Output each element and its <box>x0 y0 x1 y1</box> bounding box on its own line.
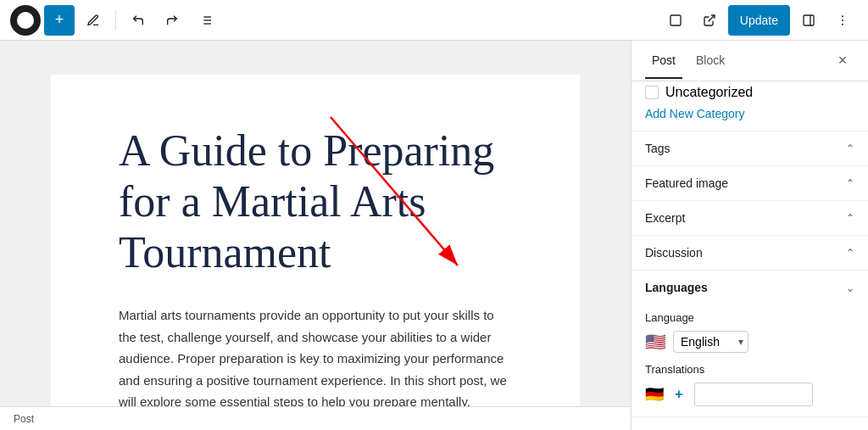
preview-button[interactable] <box>694 5 725 36</box>
discussion-row[interactable]: Discussion ⌃ <box>632 236 868 270</box>
post-title[interactable]: A Guide to Preparing for a Martial Arts … <box>119 126 512 277</box>
sidebar-close-button[interactable]: × <box>831 49 854 73</box>
uncategorized-label: Uncategorized <box>665 85 753 100</box>
featured-image-section: Featured image ⌃ <box>632 166 868 201</box>
bottom-bar-label: Post <box>14 413 34 425</box>
svg-line-8 <box>709 15 715 21</box>
language-select[interactable]: English German French Spanish <box>673 331 748 353</box>
post-body[interactable]: Martial arts tournaments provide an oppo… <box>119 304 512 406</box>
view-button[interactable] <box>660 5 691 36</box>
svg-point-12 <box>842 20 843 21</box>
svg-rect-9 <box>804 15 814 25</box>
excerpt-section: Excerpt ⌃ <box>632 201 868 236</box>
more-options-button[interactable] <box>827 5 858 36</box>
undo-button[interactable] <box>123 5 153 36</box>
discussion-section: Discussion ⌃ <box>632 236 868 271</box>
add-block-button[interactable]: + <box>44 5 75 36</box>
update-button[interactable]: Update <box>728 5 790 36</box>
excerpt-row[interactable]: Excerpt ⌃ <box>632 201 868 235</box>
languages-chevron-icon: ⌃ <box>846 282 854 293</box>
languages-body: Language 🇺🇸 English German French Spanis… <box>632 304 868 416</box>
toolbar-left: + <box>10 5 221 36</box>
translation-input[interactable] <box>694 383 813 406</box>
tags-label: Tags <box>645 142 670 155</box>
add-translation-button[interactable]: + <box>669 384 689 405</box>
us-flag-icon: 🇺🇸 <box>645 332 666 352</box>
tags-section-row[interactable]: Tags ⌃ <box>632 131 868 165</box>
toolbar-right: Update <box>660 5 858 36</box>
add-new-category-link[interactable]: Add New Category <box>632 107 868 131</box>
excerpt-label: Excerpt <box>645 211 685 225</box>
list-view-button[interactable] <box>191 5 221 36</box>
editor-area: A Guide to Preparing for a Martial Arts … <box>0 41 631 430</box>
de-flag-icon: 🇩🇪 <box>645 385 664 404</box>
svg-point-13 <box>842 23 843 25</box>
redo-button[interactable] <box>157 5 187 36</box>
toolbar: + <box>0 0 868 41</box>
translations-label: Translations <box>645 363 854 376</box>
editor-bottom-bar: Post <box>0 406 631 430</box>
sidebar-body: Uncategorized Add New Category Tags ⌃ Fe… <box>632 81 868 430</box>
sidebar: Post Block × Uncategorized Add New Categ… <box>631 41 868 430</box>
wordpress-logo[interactable] <box>10 5 41 36</box>
languages-header[interactable]: Languages ⌃ <box>632 271 868 304</box>
featured-image-chevron-icon: ⌃ <box>846 177 854 189</box>
featured-image-label: Featured image <box>645 176 728 190</box>
main-area: A Guide to Preparing for a Martial Arts … <box>0 41 868 430</box>
editor-canvas[interactable]: A Guide to Preparing for a Martial Arts … <box>0 41 631 406</box>
language-select-wrapper: English German French Spanish <box>673 331 748 353</box>
sidebar-header: Post Block × <box>632 41 868 81</box>
sidebar-toggle-button[interactable] <box>793 5 824 36</box>
languages-section: Languages ⌃ Language 🇺🇸 English German F… <box>632 271 868 417</box>
svg-point-11 <box>842 15 843 17</box>
tab-block[interactable]: Block <box>689 43 732 79</box>
excerpt-chevron-icon: ⌃ <box>846 212 854 224</box>
tags-chevron-icon: ⌃ <box>846 142 854 154</box>
editor-content: A Guide to Preparing for a Martial Arts … <box>51 75 580 406</box>
uncategorized-checkbox[interactable] <box>645 86 659 99</box>
language-select-row: 🇺🇸 English German French Spanish <box>645 331 854 353</box>
languages-section-label: Languages <box>645 281 708 294</box>
discussion-chevron-icon: ⌃ <box>846 247 854 259</box>
translations-row: 🇩🇪 + <box>645 383 854 406</box>
language-label: Language <box>645 311 854 324</box>
tags-section: Tags ⌃ <box>632 131 868 166</box>
svg-rect-7 <box>670 15 681 25</box>
uncategorized-row: Uncategorized <box>632 81 868 107</box>
featured-image-row[interactable]: Featured image ⌃ <box>632 166 868 200</box>
tools-button[interactable] <box>78 5 108 36</box>
tab-post[interactable]: Post <box>645 43 682 79</box>
discussion-label: Discussion <box>645 246 703 260</box>
categories-section: Uncategorized Add New Category <box>632 81 868 131</box>
divider-1 <box>115 10 116 31</box>
wp-logo-inner <box>17 12 34 29</box>
